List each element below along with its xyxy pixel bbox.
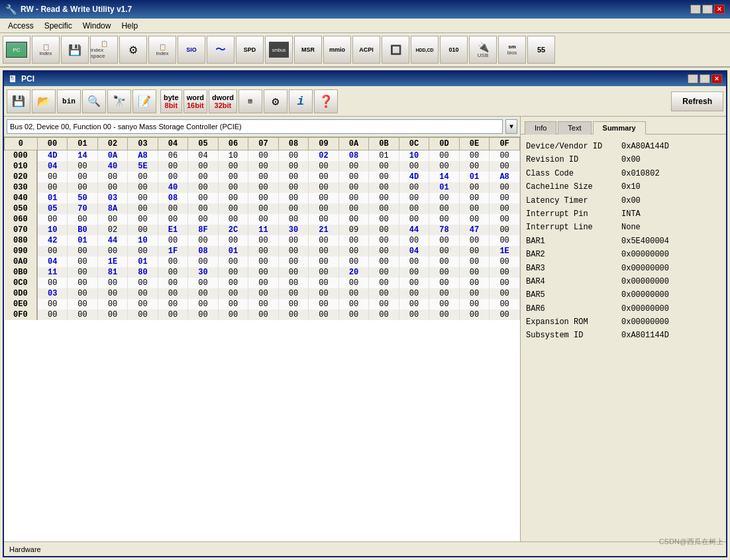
hex-cell[interactable]: 00: [429, 288, 460, 299]
hex-cell[interactable]: 4D: [37, 150, 68, 162]
hex-cell[interactable]: 04: [188, 150, 219, 162]
pci-tool-grid[interactable]: ⊞: [238, 89, 262, 113]
hex-cell[interactable]: 00: [218, 309, 248, 320]
hex-cell[interactable]: 00: [399, 161, 429, 172]
hex-cell[interactable]: 00: [429, 235, 460, 246]
hex-cell[interactable]: 00: [37, 278, 68, 288]
hex-cell[interactable]: 00: [490, 150, 520, 162]
hex-cell[interactable]: 00: [490, 193, 520, 203]
table-row[interactable]: 05005708A00000000000000000000000000: [5, 203, 520, 214]
hex-cell[interactable]: 00: [188, 214, 219, 225]
hex-cell[interactable]: 00: [459, 203, 490, 214]
hex-cell[interactable]: 00: [97, 288, 128, 299]
hex-cell[interactable]: 00: [37, 309, 68, 320]
hex-cell[interactable]: 00: [248, 172, 279, 182]
hex-cell[interactable]: 00: [278, 288, 309, 299]
hex-cell[interactable]: E1: [158, 225, 188, 235]
hex-cell[interactable]: 01: [369, 150, 399, 162]
tab-text[interactable]: Text: [558, 121, 591, 135]
maximize-button[interactable]: □: [702, 5, 713, 14]
hex-cell[interactable]: 00: [188, 309, 219, 320]
hex-cell[interactable]: 00: [429, 161, 460, 172]
hex-cell[interactable]: 01: [128, 256, 158, 267]
hex-cell[interactable]: 00: [68, 278, 98, 288]
hex-cell[interactable]: 00: [278, 203, 309, 214]
hex-cell[interactable]: 00: [399, 214, 429, 225]
hex-cell[interactable]: 8A: [97, 203, 128, 214]
hex-cell[interactable]: 00: [158, 299, 188, 309]
hex-cell[interactable]: 14: [68, 150, 98, 162]
hex-cell[interactable]: 00: [309, 278, 339, 288]
hex-cell[interactable]: 00: [97, 182, 128, 193]
hex-cell[interactable]: 00: [399, 278, 429, 288]
pci-tool-gear[interactable]: ⚙: [264, 89, 287, 113]
pci-tool-open[interactable]: 📂: [32, 89, 56, 113]
hex-cell[interactable]: 00: [339, 278, 369, 288]
refresh-button[interactable]: Refresh: [671, 91, 723, 111]
table-row[interactable]: 06000000000000000000000000000000000: [5, 214, 520, 225]
hex-cell[interactable]: 00: [68, 214, 98, 225]
hex-cell[interactable]: 00: [369, 172, 399, 182]
hex-cell[interactable]: 00: [309, 214, 339, 225]
hex-cell[interactable]: 14: [429, 172, 460, 182]
hex-cell[interactable]: 00: [128, 182, 158, 193]
toolbar-btn-010[interactable]: 010: [440, 36, 468, 64]
hex-cell[interactable]: 00: [309, 288, 339, 299]
hex-cell[interactable]: 00: [339, 256, 369, 267]
hex-cell[interactable]: 40: [97, 161, 128, 172]
toolbar-btn-5[interactable]: 📋 index: [148, 36, 176, 64]
hex-cell[interactable]: 00: [218, 235, 248, 246]
table-row[interactable]: 08042014410000000000000000000000000: [5, 235, 520, 246]
device-input[interactable]: [7, 119, 503, 134]
hex-cell[interactable]: 00: [490, 225, 520, 235]
hex-cell[interactable]: 00: [97, 214, 128, 225]
hex-cell[interactable]: 00: [369, 288, 399, 299]
hex-cell[interactable]: 00: [339, 161, 369, 172]
hex-cell[interactable]: 00: [158, 309, 188, 320]
hex-cell[interactable]: 00: [459, 309, 490, 320]
hex-cell[interactable]: 00: [490, 161, 520, 172]
toolbar-btn-0[interactable]: PC: [3, 36, 30, 64]
hex-table-container[interactable]: 0 00 01 02 03 04 05 06 07 08 09 0A: [4, 137, 520, 541]
hex-cell[interactable]: 02: [97, 225, 128, 235]
hex-cell[interactable]: 00: [309, 182, 339, 193]
hex-cell[interactable]: 21: [309, 225, 339, 235]
hex-cell[interactable]: 30: [278, 225, 309, 235]
toolbar-btn-mmio[interactable]: mmio: [323, 36, 351, 64]
hex-cell[interactable]: 08: [188, 246, 219, 256]
hex-cell[interactable]: 00: [278, 235, 309, 246]
hex-cell[interactable]: 00: [248, 193, 279, 203]
toolbar-btn-2[interactable]: 💾: [61, 36, 89, 64]
hex-cell[interactable]: 00: [188, 299, 219, 309]
hex-cell[interactable]: 10: [37, 225, 68, 235]
hex-cell[interactable]: 00: [37, 182, 68, 193]
hex-cell[interactable]: 00: [37, 246, 68, 256]
hex-cell[interactable]: 00: [339, 193, 369, 203]
hex-cell[interactable]: 00: [218, 193, 248, 203]
hex-cell[interactable]: 00: [339, 309, 369, 320]
tab-info[interactable]: Info: [525, 121, 556, 135]
hex-cell[interactable]: 00: [128, 193, 158, 203]
toolbar-btn-wave[interactable]: 〜: [207, 36, 235, 64]
menu-window[interactable]: Window: [78, 20, 117, 32]
hex-cell[interactable]: 00: [429, 299, 460, 309]
hex-cell[interactable]: 00: [97, 278, 128, 288]
hex-cell[interactable]: 00: [369, 278, 399, 288]
hex-cell[interactable]: 00: [248, 161, 279, 172]
hex-cell[interactable]: 03: [97, 193, 128, 203]
hex-cell[interactable]: 00: [248, 256, 279, 267]
hex-cell[interactable]: 00: [429, 278, 460, 288]
hex-cell[interactable]: 00: [97, 309, 128, 320]
table-row[interactable]: 090000000001F080100000000000400001E: [5, 246, 520, 256]
hex-cell[interactable]: 00: [459, 278, 490, 288]
hex-cell[interactable]: 00: [248, 246, 279, 256]
hex-cell[interactable]: 10: [399, 150, 429, 162]
toolbar-btn-usb[interactable]: 🔌 USB: [469, 36, 497, 64]
hex-cell[interactable]: 00: [339, 235, 369, 246]
hex-cell[interactable]: 20: [339, 267, 369, 278]
pci-tool-save[interactable]: 💾: [7, 89, 30, 113]
minimize-button[interactable]: _: [690, 5, 701, 14]
hex-cell[interactable]: 00: [459, 182, 490, 193]
menu-access[interactable]: Access: [3, 20, 39, 32]
toolbar-btn-cpu[interactable]: 🔲: [382, 36, 409, 64]
